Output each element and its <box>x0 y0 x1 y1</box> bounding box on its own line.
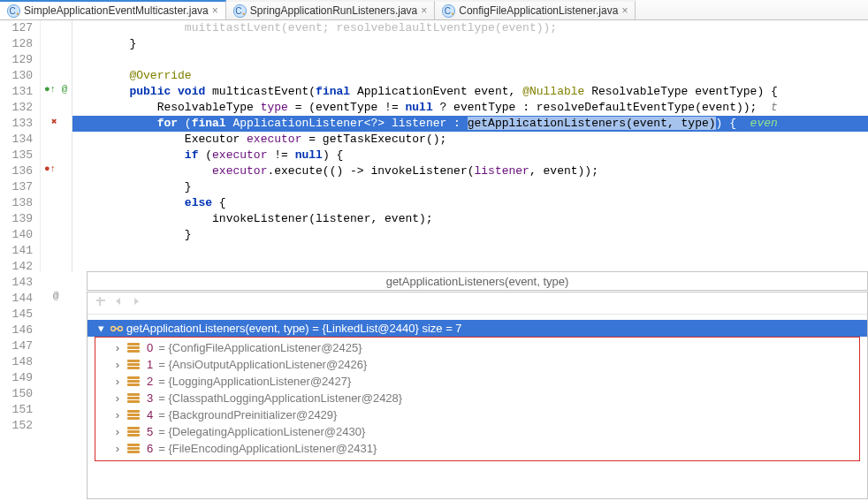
breakpoint-icon[interactable]: ✖ <box>51 116 57 127</box>
debug-item-6[interactable]: ›6 = {FileEncodingApplicationListener@24… <box>95 440 859 457</box>
debug-item-4[interactable]: ›4 = {BackgroundPreinitializer@2429} <box>95 406 859 423</box>
tab-spring-run-listeners[interactable]: C▪ SpringApplicationRunListeners.java × <box>226 0 435 19</box>
chevron-right-icon[interactable]: › <box>113 408 122 421</box>
back-icon[interactable] <box>112 295 125 311</box>
highlighted-region: ›0 = {ConfigFileApplicationListener@2425… <box>95 337 860 461</box>
tab-simple-event[interactable]: C▪ SimpleApplicationEventMulticaster.jav… <box>0 0 226 19</box>
debug-item-1[interactable]: ›1 = {AnsiOutputApplicationListener@2426… <box>95 356 859 373</box>
watches-icon <box>110 325 121 332</box>
expression-text: getApplicationListeners(event, type) <box>386 275 569 288</box>
chevron-right-icon[interactable]: › <box>113 442 122 455</box>
tab-config-file-listener[interactable]: C▪ ConfigFileApplicationListener.java × <box>435 0 636 19</box>
editor-tabs: C▪ SimpleApplicationEventMulticaster.jav… <box>0 0 868 20</box>
debug-toolbar <box>88 292 867 315</box>
new-watch-icon[interactable] <box>95 295 107 311</box>
marker-gutter: ●↑ @ ✖ ●↑ @ <box>41 20 72 272</box>
svg-point-2 <box>111 326 116 330</box>
debug-item-2[interactable]: ›2 = {LoggingApplicationListener@2427} <box>95 373 859 390</box>
list-element-icon <box>127 427 140 436</box>
forward-icon[interactable] <box>130 295 142 311</box>
list-element-icon <box>127 343 140 353</box>
tab-label: SpringApplicationRunListeners.java <box>250 4 417 17</box>
debug-item-0[interactable]: ›0 = {ConfigFileApplicationListener@2425… <box>95 339 859 356</box>
debug-root-node[interactable]: ▾ getApplicationListeners(event, type) =… <box>88 320 867 337</box>
code-editor[interactable]: 1271281291301311321331341351361371381391… <box>0 20 868 272</box>
evaluate-expression-popup: getApplicationListeners(event, type) <box>87 271 868 291</box>
java-class-icon: C▪ <box>233 4 247 18</box>
list-element-icon <box>127 410 140 420</box>
debug-variables-panel: ▾ getApplicationListeners(event, type) =… <box>87 292 868 499</box>
chevron-down-icon[interactable]: ▾ <box>96 322 105 335</box>
list-element-icon <box>127 360 140 369</box>
line-number-gutter: 1271281291301311321331341351361371381391… <box>0 20 41 272</box>
debug-item-5[interactable]: ›5 = {DelegatingApplicationListener@2430… <box>95 423 859 440</box>
debug-root-label: getApplicationListeners(event, type) = {… <box>126 322 462 335</box>
tab-label: ConfigFileApplicationListener.java <box>459 4 618 17</box>
java-class-icon: C▪ <box>442 4 455 18</box>
svg-rect-1 <box>99 297 101 306</box>
override-up-icon[interactable]: ●↑ @ <box>44 84 67 95</box>
chevron-right-icon[interactable]: › <box>113 391 122 405</box>
chevron-right-icon[interactable]: › <box>113 425 122 438</box>
svg-point-3 <box>118 326 123 330</box>
chevron-right-icon[interactable]: › <box>113 375 122 388</box>
current-debug-line: for (final ApplicationListener<?> listen… <box>72 116 868 132</box>
list-element-icon <box>127 393 140 403</box>
code-area[interactable]: muititastLvent(event; resolvebelaultLven… <box>72 20 868 272</box>
debug-tree[interactable]: ▾ getApplicationListeners(event, type) =… <box>88 315 867 467</box>
at-marker-icon[interactable]: @ <box>53 291 59 301</box>
list-element-icon <box>127 444 140 453</box>
chevron-right-icon[interactable]: › <box>113 358 122 371</box>
java-class-icon: C▪ <box>7 4 20 18</box>
tab-label: SimpleApplicationEventMulticaster.java <box>24 4 209 17</box>
step-marker-icon[interactable]: ●↑ <box>44 163 56 174</box>
close-icon[interactable]: × <box>212 4 218 17</box>
list-element-icon <box>127 376 140 386</box>
chevron-right-icon[interactable]: › <box>113 341 122 354</box>
close-icon[interactable]: × <box>621 4 628 17</box>
debug-item-3[interactable]: ›3 = {ClasspathLoggingApplicationListene… <box>95 390 859 406</box>
close-icon[interactable]: × <box>421 4 427 17</box>
